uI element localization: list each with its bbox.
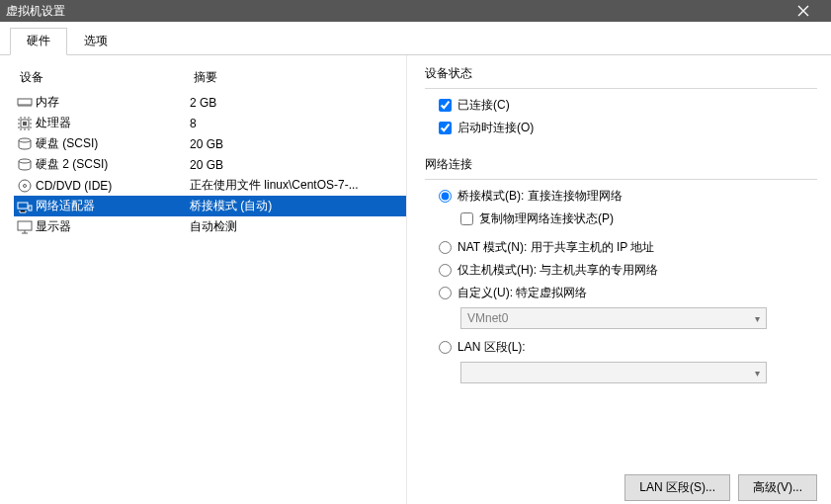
radio-lan-segment-input[interactable]	[439, 341, 452, 354]
svg-point-6	[24, 184, 27, 187]
memory-icon	[16, 96, 34, 110]
titlebar: 虚拟机设置	[0, 0, 831, 22]
settings-panel: 设备状态 已连接(C) 启动时连接(O) 网络连接 桥接模式(B): 直接连接物	[407, 55, 831, 504]
tab-hardware[interactable]: 硬件	[10, 28, 67, 55]
device-name: 内存	[34, 94, 190, 111]
checkbox-replicate[interactable]: 复制物理网络连接状态(P)	[460, 210, 817, 227]
radio-bridged-input[interactable]	[439, 190, 452, 203]
device-row[interactable]: 显示器自动检测	[14, 216, 406, 237]
device-row[interactable]: 硬盘 2 (SCSI)20 GB	[14, 154, 406, 175]
radio-hostonly-input[interactable]	[439, 264, 452, 277]
network-connection-group: 网络连接 桥接模式(B): 直接连接物理网络 复制物理网络连接状态(P) NAT…	[425, 156, 817, 393]
tab-options[interactable]: 选项	[67, 28, 125, 54]
device-name: 硬盘 (SCSI)	[34, 135, 190, 152]
device-summary: 桥接模式 (自动)	[190, 198, 406, 214]
device-summary: 2 GB	[190, 96, 406, 110]
checkbox-connect-at-poweron[interactable]: 启动时连接(O)	[439, 120, 817, 136]
device-name: 硬盘 2 (SCSI)	[34, 156, 190, 173]
radio-custom[interactable]: 自定义(U): 特定虚拟网络	[439, 285, 817, 301]
device-summary: 8	[190, 117, 406, 130]
close-icon[interactable]	[797, 5, 825, 17]
tab-strip: 硬件 选项	[0, 22, 831, 55]
device-panel: 设备 摘要 内存2 GB处理器8硬盘 (SCSI)20 GB硬盘 2 (SCSI…	[0, 55, 407, 504]
device-row[interactable]: 网络适配器桥接模式 (自动)	[14, 196, 406, 216]
radio-bridged[interactable]: 桥接模式(B): 直接连接物理网络	[439, 188, 817, 205]
checkbox-connect-at-poweron-input[interactable]	[439, 122, 452, 134]
device-list-header: 设备 摘要	[14, 65, 406, 92]
network-connection-title: 网络连接	[425, 156, 817, 173]
checkbox-connected[interactable]: 已连接(C)	[439, 97, 817, 114]
chevron-down-icon: ▾	[755, 368, 760, 378]
svg-rect-7	[18, 203, 28, 209]
svg-rect-2	[23, 122, 27, 126]
divider	[425, 179, 817, 180]
disk-icon	[16, 137, 34, 151]
chevron-down-icon: ▾	[755, 313, 760, 324]
svg-point-4	[19, 159, 31, 163]
radio-hostonly[interactable]: 仅主机模式(H): 与主机共享的专用网络	[439, 262, 817, 279]
device-row[interactable]: 硬盘 (SCSI)20 GB	[14, 133, 406, 154]
checkbox-replicate-input[interactable]	[460, 212, 473, 225]
combo-custom-vmnet: VMnet0 ▾	[460, 307, 767, 329]
device-name: 显示器	[34, 218, 190, 235]
net-icon	[16, 200, 34, 213]
svg-rect-0	[18, 99, 32, 105]
radio-custom-input[interactable]	[439, 287, 452, 299]
display-icon	[16, 220, 34, 234]
device-status-title: 设备状态	[425, 65, 817, 82]
device-status-group: 设备状态 已连接(C) 启动时连接(O)	[425, 65, 817, 142]
advanced-button[interactable]: 高级(V)...	[738, 474, 817, 501]
device-row[interactable]: 内存2 GB	[14, 92, 406, 113]
cd-icon	[16, 178, 34, 194]
cpu-icon	[16, 116, 34, 131]
svg-rect-9	[18, 221, 32, 230]
checkbox-connected-input[interactable]	[439, 99, 452, 112]
device-name: CD/DVD (IDE)	[34, 179, 190, 193]
header-device: 设备	[20, 69, 194, 86]
device-summary: 20 GB	[190, 137, 406, 151]
lan-segments-button[interactable]: LAN 区段(S)...	[624, 474, 730, 501]
device-name: 网络适配器	[34, 198, 190, 214]
svg-point-5	[19, 180, 31, 192]
device-list[interactable]: 内存2 GB处理器8硬盘 (SCSI)20 GB硬盘 2 (SCSI)20 GB…	[14, 92, 406, 237]
device-row[interactable]: CD/DVD (IDE)正在使用文件 linux\CentOS-7-...	[14, 175, 406, 196]
radio-lan-segment[interactable]: LAN 区段(L):	[439, 339, 817, 356]
window-title: 虚拟机设置	[6, 0, 65, 22]
device-name: 处理器	[34, 115, 190, 131]
device-summary: 20 GB	[190, 158, 406, 172]
button-row: LAN 区段(S)... 高级(V)...	[425, 466, 817, 501]
radio-nat-input[interactable]	[439, 241, 452, 254]
disk-icon	[16, 158, 34, 172]
device-row[interactable]: 处理器8	[14, 113, 406, 133]
device-summary: 自动检测	[190, 218, 406, 235]
combo-lan-segment: ▾	[460, 362, 767, 383]
device-summary: 正在使用文件 linux\CentOS-7-...	[190, 177, 406, 194]
radio-nat[interactable]: NAT 模式(N): 用于共享主机的 IP 地址	[439, 239, 817, 256]
svg-point-3	[19, 138, 31, 142]
svg-rect-8	[29, 206, 32, 210]
header-summary: 摘要	[194, 69, 406, 86]
divider	[425, 88, 817, 89]
content-area: 设备 摘要 内存2 GB处理器8硬盘 (SCSI)20 GB硬盘 2 (SCSI…	[0, 55, 831, 504]
